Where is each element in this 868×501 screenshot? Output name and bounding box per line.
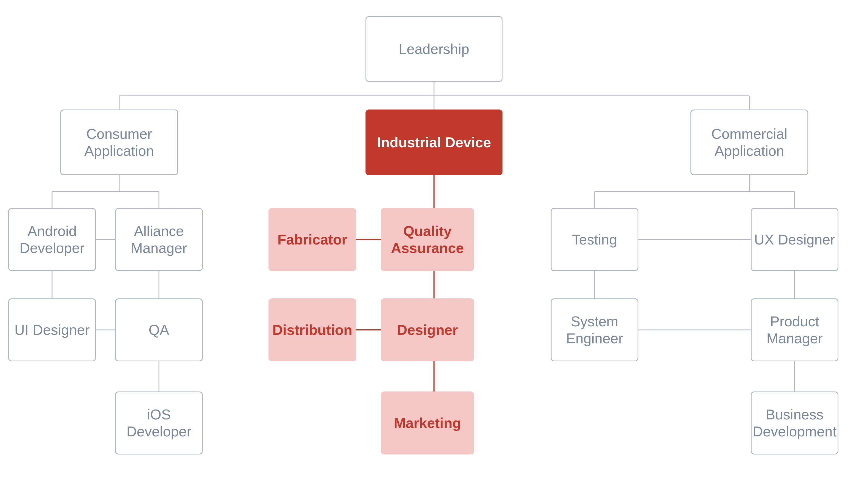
ios-developer-node: iOS Developer xyxy=(115,392,203,455)
android-developer-node: Android Developer xyxy=(8,208,96,271)
distribution-label: Distribution xyxy=(272,321,352,338)
product-manager-node: Product Manager xyxy=(751,298,838,361)
system-engineer-label: System Engineer xyxy=(552,313,638,347)
marketing-node: Marketing xyxy=(381,392,474,455)
product-manager-label: Product Manager xyxy=(752,313,838,347)
designer-node: Designer xyxy=(381,298,474,361)
marketing-label: Marketing xyxy=(394,415,461,431)
ui-designer-node: UI Designer xyxy=(8,298,96,361)
industrial-device-node: Industrial Device xyxy=(366,109,502,175)
org-chart: Leadership Consumer Application Industri… xyxy=(0,0,868,501)
ux-designer-node: UX Designer xyxy=(751,208,838,271)
alliance-manager-node: Alliance Manager xyxy=(115,208,203,271)
business-dev-label: Business Development xyxy=(752,406,838,440)
android-dev-label: Android Developer xyxy=(9,223,95,257)
ios-dev-label: iOS Developer xyxy=(116,406,202,440)
qa-label: QA xyxy=(148,321,169,338)
business-development-node: Business Development xyxy=(751,392,838,455)
alliance-mgr-label: Alliance Manager xyxy=(116,223,202,257)
consumer-application-node: Consumer Application xyxy=(60,109,178,175)
system-engineer-node: System Engineer xyxy=(551,298,638,361)
leadership-label: Leadership xyxy=(399,41,469,57)
distribution-node: Distribution xyxy=(269,298,356,361)
commercial-app-label: Commercial Application xyxy=(691,125,807,160)
ux-designer-label: UX Designer xyxy=(754,231,835,248)
commercial-application-node: Commercial Application xyxy=(690,109,808,175)
testing-label: Testing xyxy=(572,231,617,248)
ui-designer-label: UI Designer xyxy=(14,321,90,338)
fabricator-node: Fabricator xyxy=(269,208,356,271)
testing-node: Testing xyxy=(551,208,638,271)
consumer-app-label: Consumer Application xyxy=(61,125,177,160)
quality-assurance-label: Quality Assurance xyxy=(381,223,474,257)
quality-assurance-node: Quality Assurance xyxy=(381,208,474,271)
fabricator-label: Fabricator xyxy=(278,231,347,248)
qa-node: QA xyxy=(115,298,203,361)
industrial-device-label: Industrial Device xyxy=(377,134,491,151)
designer-label: Designer xyxy=(397,321,458,338)
leadership-node: Leadership xyxy=(366,16,502,82)
